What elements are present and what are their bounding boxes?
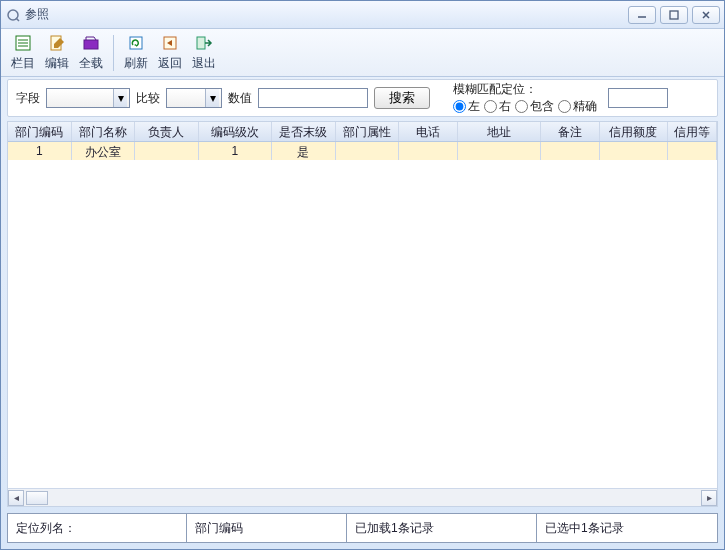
table-cell: 办公室 xyxy=(72,142,136,160)
status-bar: 定位列名： 部门编码 已加载1条记录 已选中1条记录 xyxy=(7,513,718,543)
table-cell xyxy=(541,142,600,160)
horizontal-scrollbar[interactable]: ◂ ▸ xyxy=(8,488,717,506)
column-header[interactable]: 部门编码 xyxy=(8,122,72,141)
scroll-right-icon[interactable]: ▸ xyxy=(701,490,717,506)
chevron-down-icon: ▾ xyxy=(205,89,219,107)
column-header[interactable]: 信用等 xyxy=(668,122,717,141)
value-input[interactable] xyxy=(258,88,368,108)
window-title: 参照 xyxy=(25,6,628,23)
toolbar-exit-button[interactable]: 退出 xyxy=(188,31,220,74)
data-table: 部门编码部门名称负责人编码级次是否末级部门属性电话地址备注信用额度信用等 1办公… xyxy=(7,121,718,507)
toolbar-label: 编辑 xyxy=(45,55,69,72)
column-header[interactable]: 电话 xyxy=(399,122,458,141)
table-cell xyxy=(336,142,400,160)
table-cell xyxy=(668,142,717,160)
back-icon xyxy=(160,33,180,53)
field-label: 字段 xyxy=(16,90,40,107)
table-cell: 1 xyxy=(8,142,72,160)
toolbar-list-button[interactable]: 栏目 xyxy=(7,31,39,74)
status-selected: 已选中1条记录 xyxy=(537,513,718,543)
loadall-icon xyxy=(81,33,101,53)
column-header[interactable]: 部门名称 xyxy=(72,122,136,141)
toolbar: 栏目编辑全载刷新返回退出 xyxy=(1,29,724,77)
search-bar: 字段 ▾ 比较 ▾ 数值 搜索 模糊匹配定位： 左 右 包含 精确 xyxy=(7,79,718,117)
table-cell: 是 xyxy=(272,142,336,160)
svg-rect-2 xyxy=(670,11,678,19)
exit-icon xyxy=(194,33,214,53)
status-column: 部门编码 xyxy=(187,513,347,543)
toolbar-edit-button[interactable]: 编辑 xyxy=(41,31,73,74)
window-controls xyxy=(628,6,720,24)
table-body: 1办公室1是 xyxy=(8,142,717,488)
value-label: 数值 xyxy=(228,90,252,107)
status-loaded: 已加载1条记录 xyxy=(347,513,537,543)
table-cell xyxy=(399,142,458,160)
svg-rect-11 xyxy=(197,37,205,49)
scroll-thumb[interactable] xyxy=(26,491,48,505)
table-cell xyxy=(458,142,541,160)
table-header: 部门编码部门名称负责人编码级次是否末级部门属性电话地址备注信用额度信用等 xyxy=(8,122,717,142)
table-row[interactable]: 1办公室1是 xyxy=(8,142,717,160)
column-header[interactable]: 编码级次 xyxy=(199,122,272,141)
compare-combo[interactable]: ▾ xyxy=(166,88,222,108)
table-cell xyxy=(600,142,668,160)
radio-left[interactable]: 左 xyxy=(453,98,480,115)
toolbar-label: 栏目 xyxy=(11,55,35,72)
toolbar-back-button[interactable]: 返回 xyxy=(154,31,186,74)
edit-icon xyxy=(47,33,67,53)
column-header[interactable]: 备注 xyxy=(541,122,600,141)
titlebar: 参照 xyxy=(1,1,724,29)
table-cell xyxy=(135,142,199,160)
toolbar-label: 返回 xyxy=(158,55,182,72)
field-combo[interactable]: ▾ xyxy=(46,88,130,108)
list-icon xyxy=(13,33,33,53)
fuzzy-legend: 模糊匹配定位： xyxy=(453,81,597,98)
maximize-button[interactable] xyxy=(660,6,688,24)
app-icon xyxy=(5,7,21,23)
toolbar-refresh-button[interactable]: 刷新 xyxy=(120,31,152,74)
refresh-icon xyxy=(126,33,146,53)
toolbar-label: 退出 xyxy=(192,55,216,72)
toolbar-label: 全载 xyxy=(79,55,103,72)
column-header[interactable]: 负责人 xyxy=(135,122,199,141)
status-locate-label: 定位列名： xyxy=(7,513,187,543)
minimize-button[interactable] xyxy=(628,6,656,24)
svg-rect-8 xyxy=(84,40,98,49)
search-button[interactable]: 搜索 xyxy=(374,87,430,109)
chevron-down-icon: ▾ xyxy=(113,89,127,107)
compare-label: 比较 xyxy=(136,90,160,107)
fuzzy-match-group: 模糊匹配定位： 左 右 包含 精确 xyxy=(448,80,602,116)
table-cell: 1 xyxy=(199,142,272,160)
column-header[interactable]: 地址 xyxy=(458,122,541,141)
toolbar-separator xyxy=(113,35,114,71)
locate-input[interactable] xyxy=(608,88,668,108)
radio-contains[interactable]: 包含 xyxy=(515,98,554,115)
column-header[interactable]: 部门属性 xyxy=(336,122,400,141)
radio-exact[interactable]: 精确 xyxy=(558,98,597,115)
scroll-left-icon[interactable]: ◂ xyxy=(8,490,24,506)
column-header[interactable]: 是否末级 xyxy=(272,122,336,141)
close-button[interactable] xyxy=(692,6,720,24)
radio-right[interactable]: 右 xyxy=(484,98,511,115)
toolbar-loadall-button[interactable]: 全载 xyxy=(75,31,107,74)
reference-window: 参照 栏目编辑全载刷新返回退出 字段 ▾ 比较 ▾ 数值 搜索 模糊匹配定位： … xyxy=(0,0,725,550)
column-header[interactable]: 信用额度 xyxy=(600,122,668,141)
toolbar-label: 刷新 xyxy=(124,55,148,72)
